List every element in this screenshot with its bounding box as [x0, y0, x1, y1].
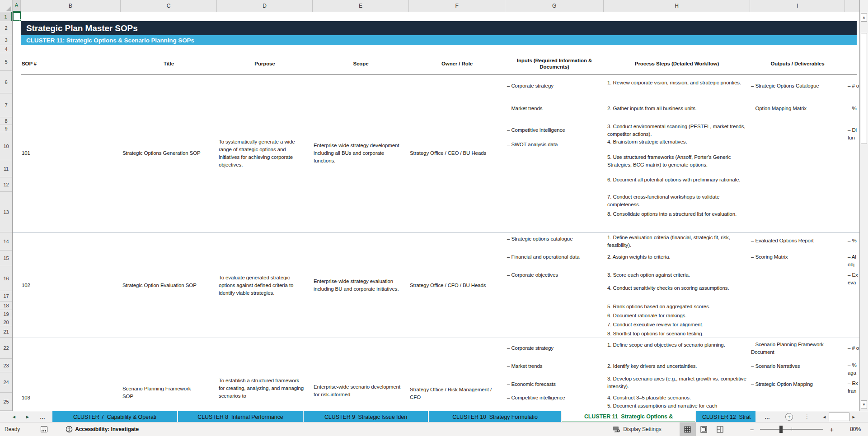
new-sheet-button[interactable]: + — [785, 413, 793, 421]
normal-view-button[interactable] — [680, 422, 696, 436]
sheet-tab-cluster-7[interactable]: CLUSTER 7 Capability & Operati — [52, 411, 177, 422]
cell-purpose-101[interactable]: To systematically generate a wide range … — [217, 74, 313, 232]
cell-kpis-clipped-103[interactable]: – # o – % aga – Ex fran — [845, 338, 859, 411]
column-header-c[interactable]: C — [121, 0, 217, 12]
cell-owner-103[interactable]: Strategy Office / Risk Management / CFO — [409, 338, 505, 411]
page-layout-view-button[interactable] — [696, 422, 712, 436]
zoom-level[interactable]: 80% — [840, 426, 861, 432]
worksheet-area[interactable]: Strategic Plan Master SOPs CLUSTER 11: S… — [13, 12, 859, 411]
cell-scope-102[interactable]: Enterprise-wide strategy evaluation incl… — [313, 233, 409, 338]
horizontal-scroll-thumb[interactable] — [829, 413, 849, 421]
row-header-19[interactable]: 19 — [0, 310, 12, 318]
column-header-h[interactable]: H — [604, 0, 750, 12]
cell-sop-103[interactable]: 103 — [21, 338, 121, 411]
cluster-banner-cell[interactable]: CLUSTER 11: Strategic Options & Scenario… — [21, 35, 857, 45]
cell-owner-101[interactable]: Strategy Office / CEO / BU Heads — [409, 74, 505, 232]
header-sop[interactable]: SOP # — [21, 53, 121, 74]
sheet-tab-cluster-8[interactable]: CLUSTER 8 Internal Performance — [178, 411, 303, 422]
row-header-13[interactable]: 13 — [0, 192, 12, 232]
title-banner-cell[interactable]: Strategic Plan Master SOPs — [21, 21, 857, 35]
row-header-1[interactable]: 1 — [0, 12, 12, 21]
cell-steps-101[interactable]: 1. Review corporate vision, mission, and… — [604, 74, 750, 232]
selected-cell-a1[interactable] — [13, 12, 21, 21]
row-header-18[interactable]: 18 — [0, 301, 12, 310]
header-steps[interactable]: Process Steps (Detailed Workflow) — [604, 53, 750, 74]
column-header-d[interactable]: D — [217, 0, 313, 12]
column-header-i[interactable]: I — [750, 0, 845, 12]
row-header-21[interactable]: 21 — [0, 326, 12, 338]
scroll-up-button[interactable]: ▲ — [861, 13, 867, 22]
cell-outputs-101[interactable]: – Strategic Options Catalogue – Option M… — [750, 74, 845, 232]
cell-owner-102[interactable]: Strategy Office / CFO / BU Heads — [409, 233, 505, 338]
vertical-scroll-thumb[interactable] — [861, 33, 867, 144]
sheet-nav-next-icon[interactable]: ► — [25, 411, 30, 422]
cell-sop-102[interactable]: 102 — [21, 233, 121, 338]
cell-title-102[interactable]: Strategic Option Evaluation SOP — [121, 233, 217, 338]
zoom-slider-handle[interactable] — [779, 426, 783, 433]
header-outputs[interactable]: Outputs / Deliverables — [750, 53, 845, 74]
row-header-7[interactable]: 7 — [0, 93, 12, 117]
hscroll-left-icon[interactable]: ◄ — [822, 415, 826, 419]
row-header-9[interactable]: 9 — [0, 125, 12, 132]
row-header-20[interactable]: 20 — [0, 318, 12, 326]
scroll-down-button[interactable]: ▼ — [861, 400, 867, 409]
sheet-tab-cluster-11-active[interactable]: CLUSTER 11 Strategic Options & — [562, 411, 695, 422]
sheet-tabs-more-left[interactable]: … — [40, 411, 45, 422]
row-header-4[interactable]: 4 — [0, 45, 12, 53]
zoom-slider[interactable] — [760, 429, 823, 430]
cell-outputs-102[interactable]: – Evaluated Options Report – Scoring Mat… — [750, 233, 845, 338]
cell-purpose-103[interactable]: To establish a structured framework for … — [217, 338, 313, 411]
cell-inputs-101[interactable]: – Corporate strategy – Market trends – C… — [505, 74, 604, 232]
row-header-16[interactable]: 16 — [0, 266, 12, 291]
sheet-tab-cluster-12[interactable]: CLUSTER 12 Strat — [696, 411, 755, 422]
row-header-12[interactable]: 12 — [0, 177, 12, 192]
header-owner[interactable]: Owner / Role — [409, 53, 505, 74]
header-scope[interactable]: Scope — [313, 53, 409, 74]
row-header-5[interactable]: 5 — [0, 53, 12, 71]
cell-kpis-clipped-102[interactable]: – % – Al obj – Ex eva — [845, 233, 859, 338]
accessibility-checker-button[interactable]: Accessibility: Investigate — [66, 426, 139, 433]
macro-record-icon[interactable] — [41, 426, 47, 432]
vertical-scrollbar[interactable]: ▲ ▼ — [859, 12, 868, 411]
row-header-24[interactable]: 24 — [0, 372, 12, 393]
row-header-3[interactable]: 3 — [0, 35, 12, 45]
row-header-11[interactable]: 11 — [0, 160, 12, 177]
cell-steps-102[interactable]: 1. Define evaluation criteria (financial… — [604, 233, 750, 338]
header-title[interactable]: Title — [121, 53, 217, 74]
cell-steps-103[interactable]: 1. Define scope and objectives of scenar… — [604, 338, 750, 411]
sheet-tab-cluster-10[interactable]: CLUSTER 10 Strategy Formulatio — [429, 411, 561, 422]
row-header-22[interactable]: 22 — [0, 338, 12, 359]
cell-kpis-clipped-101[interactable]: – # o – % – Di fun — [845, 74, 859, 232]
cell-inputs-103[interactable]: – Corporate strategy – Market trends – E… — [505, 338, 604, 411]
cell-title-101[interactable]: Strategic Options Generation SOP — [121, 74, 217, 232]
display-settings-button[interactable]: Display Settings — [613, 426, 661, 433]
page-break-view-button[interactable] — [712, 422, 728, 436]
column-header-g[interactable]: G — [505, 0, 604, 12]
header-inputs[interactable]: Inputs (Required Information & Documents… — [505, 53, 604, 74]
horizontal-scrollbar[interactable]: ◄ ► — [822, 412, 866, 422]
column-header-f[interactable]: F — [409, 0, 505, 12]
header-purpose[interactable]: Purpose — [217, 53, 313, 74]
zoom-out-button[interactable]: − — [748, 426, 756, 433]
row-header-10[interactable]: 10 — [0, 132, 12, 160]
row-header-25[interactable]: 25 — [0, 393, 12, 411]
column-header-e[interactable]: E — [313, 0, 409, 12]
row-header-2[interactable]: 2 — [0, 21, 12, 35]
select-all-corner[interactable] — [0, 0, 13, 12]
row-header-15[interactable]: 15 — [0, 250, 12, 266]
sheet-nav-prev-icon[interactable]: ◄ — [12, 411, 16, 422]
sheet-tabs-more-right[interactable]: … — [765, 411, 770, 422]
cell-scope-101[interactable]: Enterprise-wide strategy development inc… — [313, 74, 409, 232]
row-header-17[interactable]: 17 — [0, 291, 12, 301]
row-header-8[interactable]: 8 — [0, 117, 12, 125]
row-header-6[interactable]: 6 — [0, 71, 12, 93]
cell-scope-103[interactable]: Enterprise-wide scenario development for… — [313, 338, 409, 411]
cell-inputs-102[interactable]: – Strategic options catalogue – Financia… — [505, 233, 604, 338]
cell-sop-101[interactable]: 101 — [21, 74, 121, 232]
column-header-a[interactable]: A — [13, 0, 21, 12]
column-header-clipped[interactable] — [845, 0, 859, 12]
sheet-tab-cluster-9[interactable]: CLUSTER 9 Strategic Issue Iden — [304, 411, 428, 422]
cell-outputs-103[interactable]: – Scenario Planning Framework Document –… — [750, 338, 845, 411]
hscroll-right-icon[interactable]: ► — [852, 415, 856, 419]
row-header-14[interactable]: 14 — [0, 232, 12, 250]
